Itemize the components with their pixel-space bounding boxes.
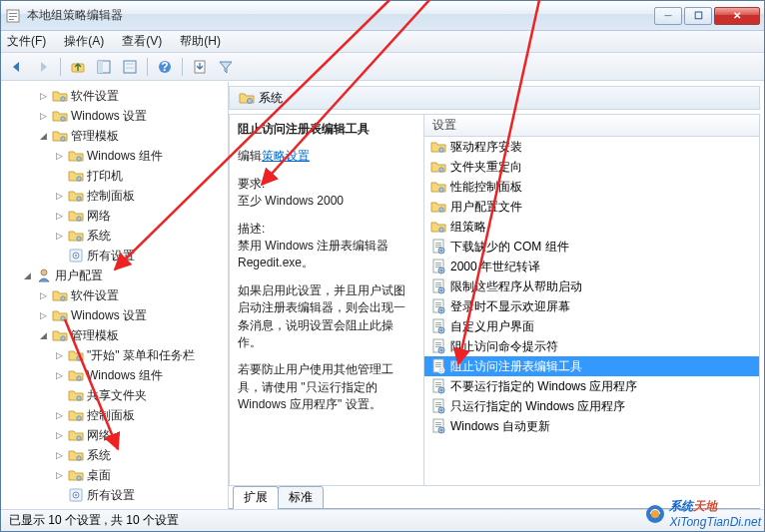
svg-point-16 xyxy=(77,157,81,161)
edit-policy-link[interactable]: 策略设置 xyxy=(262,149,310,163)
svg-point-14 xyxy=(61,117,65,121)
twisty-icon[interactable]: ▷ xyxy=(53,350,65,360)
close-button[interactable]: ✕ xyxy=(714,7,760,25)
tree-item[interactable]: ▷Windows 设置 xyxy=(5,305,228,325)
list-item-label: 只运行指定的 Windows 应用程序 xyxy=(450,398,625,415)
twisty-icon[interactable]: ▷ xyxy=(53,450,65,460)
tree-item[interactable]: ▷Windows 组件 xyxy=(5,365,228,385)
twisty-icon[interactable]: ▷ xyxy=(53,410,65,420)
list-item[interactable]: 用户配置文件 xyxy=(424,197,759,217)
twisty-icon[interactable]: ▷ xyxy=(53,151,65,161)
tree-item[interactable]: ▷软件设置 xyxy=(5,285,228,305)
tree-item[interactable]: ▷Windows 组件 xyxy=(5,146,228,166)
twisty-icon[interactable]: ▷ xyxy=(37,91,49,101)
list-item[interactable]: 只运行指定的 Windows 应用程序 xyxy=(424,396,759,416)
tree-pane[interactable]: ▷软件设置▷Windows 设置◢管理模板▷Windows 组件打印机▷控制面板… xyxy=(1,82,229,509)
properties-button[interactable] xyxy=(118,56,142,78)
tree-item[interactable]: ▷系统 xyxy=(5,226,228,246)
tab-extended[interactable]: 扩展 xyxy=(233,486,279,509)
svg-rect-60 xyxy=(435,302,441,303)
filter-button[interactable] xyxy=(214,56,238,78)
list-column-header[interactable]: 设置 xyxy=(424,115,759,137)
svg-point-37 xyxy=(75,494,77,496)
twisty-icon[interactable]: ▷ xyxy=(53,191,65,201)
list-item[interactable]: 组策略 xyxy=(424,217,759,237)
list-item[interactable]: 登录时不显示欢迎屏幕 xyxy=(424,296,759,316)
list-item[interactable]: 2000 年世纪转译 xyxy=(424,257,759,276)
tree-item[interactable]: ▷控制面板 xyxy=(5,186,228,206)
tree-item[interactable]: ▷控制面板 xyxy=(5,405,228,425)
list-item-label: 性能控制面板 xyxy=(450,179,522,196)
list-item-label: 文件夹重定向 xyxy=(450,159,522,176)
tree-item-label: Windows 设置 xyxy=(71,108,147,125)
twisty-icon[interactable]: ◢ xyxy=(21,270,33,280)
policy-title: 阻止访问注册表编辑工具 xyxy=(238,121,415,138)
list-item[interactable]: 阻止访问命令提示符 xyxy=(424,336,759,356)
svg-point-24 xyxy=(41,269,47,275)
list-item[interactable]: 下载缺少的 COM 组件 xyxy=(424,237,759,257)
desc-text-2: 如果启用此设置，并且用户试图启动注册表编辑器，则会出现一条消息，说明设置会阻止此… xyxy=(238,282,415,352)
tree-item[interactable]: 所有设置 xyxy=(5,485,228,505)
menu-help[interactable]: 帮助(H) xyxy=(180,33,221,50)
twisty-icon[interactable]: ◢ xyxy=(37,131,49,141)
minimize-button[interactable]: ─ xyxy=(654,7,682,25)
list-item[interactable]: 阻止访问注册表编辑工具 xyxy=(424,356,759,376)
statusbar: 已显示 10 个设置 , 共 10 个设置 xyxy=(1,509,764,531)
folder-icon xyxy=(68,447,84,463)
svg-rect-8 xyxy=(126,63,134,65)
tree-item[interactable]: ▷网络 xyxy=(5,206,228,226)
export-button[interactable] xyxy=(188,56,212,78)
show-hide-tree-button[interactable] xyxy=(92,56,116,78)
list-item[interactable]: 自定义用户界面 xyxy=(424,316,759,336)
folder-icon xyxy=(239,90,255,106)
titlebar: 本地组策略编辑器 ─ ☐ ✕ xyxy=(1,1,764,31)
tree-item[interactable]: ◢管理模板 xyxy=(5,325,228,345)
tree-item[interactable]: ▷系统 xyxy=(5,445,228,465)
svg-point-15 xyxy=(61,137,65,141)
tree-item[interactable]: ◢用户配置 xyxy=(5,266,228,285)
twisty-icon[interactable]: ▷ xyxy=(37,310,49,320)
folder-icon xyxy=(52,108,68,124)
list-item[interactable]: 限制这些程序从帮助启动 xyxy=(424,276,759,296)
tab-standard[interactable]: 标准 xyxy=(278,486,324,509)
tree-item-label: 桌面 xyxy=(87,467,111,484)
tree-item[interactable]: 所有设置 xyxy=(5,246,228,266)
twisty-icon[interactable]: ▷ xyxy=(53,430,65,440)
path-header: 系统 xyxy=(229,86,760,110)
tree-item-label: Windows 组件 xyxy=(87,148,163,165)
list-item[interactable]: 文件夹重定向 xyxy=(424,157,759,177)
tree-item[interactable]: ▷Windows 设置 xyxy=(5,106,228,126)
maximize-button[interactable]: ☐ xyxy=(684,7,712,25)
settings-list[interactable]: 驱动程序安装文件夹重定向性能控制面板用户配置文件组策略下载缺少的 COM 组件2… xyxy=(424,137,759,485)
back-button[interactable] xyxy=(5,56,29,78)
svg-point-25 xyxy=(61,296,65,300)
svg-rect-70 xyxy=(435,342,441,343)
menu-action[interactable]: 操作(A) xyxy=(64,33,104,50)
twisty-icon[interactable]: ▷ xyxy=(53,370,65,380)
tree-item[interactable]: ◢管理模板 xyxy=(5,126,228,146)
twisty-icon[interactable]: ▷ xyxy=(37,111,49,121)
twisty-icon[interactable]: ▷ xyxy=(37,290,49,300)
help-button[interactable]: ? xyxy=(153,56,177,78)
tree-item[interactable]: ▷软件设置 xyxy=(5,86,228,106)
tree-item[interactable]: ▷"开始" 菜单和任务栏 xyxy=(5,345,228,365)
twisty-icon[interactable]: ◢ xyxy=(37,330,49,340)
list-item[interactable]: 性能控制面板 xyxy=(424,177,759,197)
twisty-icon[interactable]: ▷ xyxy=(53,231,65,241)
list-item[interactable]: 驱动程序安装 xyxy=(424,137,759,157)
app-icon xyxy=(5,8,21,24)
tree-item[interactable]: ▷网络 xyxy=(5,425,228,445)
forward-button[interactable] xyxy=(31,56,55,78)
tree-item[interactable]: ▷桌面 xyxy=(5,465,228,485)
up-button[interactable] xyxy=(66,56,90,78)
twisty-icon[interactable]: ▷ xyxy=(53,470,65,480)
tree-item[interactable]: 共享文件夹 xyxy=(5,385,228,405)
menu-file[interactable]: 文件(F) xyxy=(7,33,46,50)
twisty-icon[interactable]: ▷ xyxy=(53,211,65,221)
list-item[interactable]: 不要运行指定的 Windows 应用程序 xyxy=(424,376,759,396)
svg-point-13 xyxy=(61,97,65,101)
tree-item[interactable]: 打印机 xyxy=(5,166,228,186)
list-item[interactable]: Windows 自动更新 xyxy=(424,416,759,436)
menu-view[interactable]: 查看(V) xyxy=(122,33,162,50)
policy-icon xyxy=(430,378,446,394)
